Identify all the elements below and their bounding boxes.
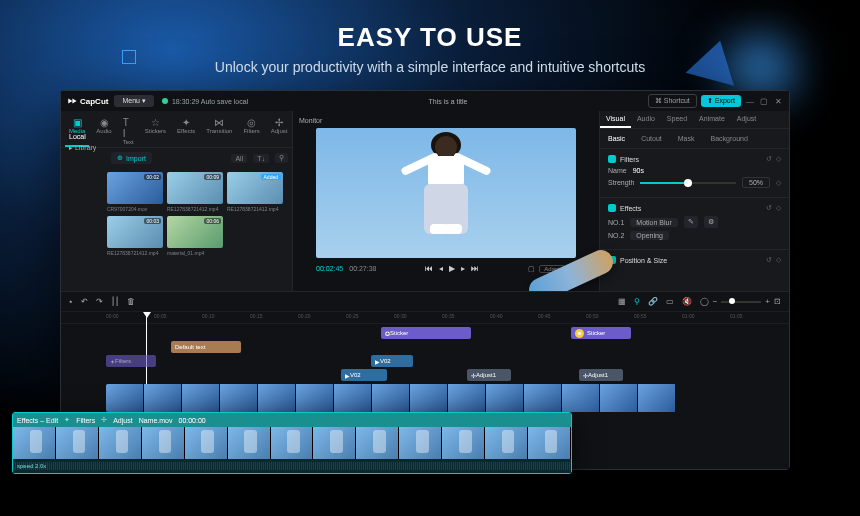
filters-checkbox[interactable] bbox=[608, 155, 616, 163]
filters-section: Filters ↺◇ Name 90s Strength 50% ◇ bbox=[600, 148, 789, 197]
import-button[interactable]: ⊕ Import bbox=[111, 152, 152, 164]
filters-title: Filters bbox=[620, 156, 639, 163]
adjust-clip[interactable]: ✢ Adjust1 bbox=[467, 369, 511, 381]
next-frame-button[interactable]: ⏭ bbox=[471, 264, 479, 273]
zoom-fit-icon[interactable]: ⊡ bbox=[774, 297, 781, 306]
tab-effects[interactable]: ✦Effects bbox=[173, 115, 199, 147]
effect-no: NO.1 bbox=[608, 219, 624, 226]
effect-edit-icon[interactable]: ✎ bbox=[684, 216, 698, 228]
autosave-status-icon bbox=[162, 98, 168, 104]
preview-quality-icon[interactable]: ▢ bbox=[528, 265, 535, 273]
right-tab-visual[interactable]: Visual bbox=[600, 111, 631, 128]
video-overlay-clip[interactable]: ▶ V02 bbox=[371, 355, 413, 367]
zoom-plus-icon[interactable]: + bbox=[765, 297, 770, 306]
filter-all[interactable]: All bbox=[231, 154, 247, 163]
keyframe-icon[interactable]: ◇ bbox=[776, 155, 781, 163]
keyframe-icon[interactable]: ◇ bbox=[776, 179, 781, 187]
media-thumb[interactable]: 00:06material_01.mp4 bbox=[167, 216, 223, 256]
possize-title: Position & Size bbox=[620, 257, 667, 264]
sidebar-item-library[interactable]: ▸ Library bbox=[65, 142, 105, 154]
snap-icon[interactable]: ⚲ bbox=[634, 297, 640, 306]
text-clip[interactable]: Default text bbox=[171, 341, 241, 353]
tab-transition[interactable]: ⋈Transition bbox=[202, 115, 236, 147]
right-tab-speed[interactable]: Speed bbox=[661, 111, 693, 128]
step-back-button[interactable]: ◂ bbox=[439, 264, 443, 273]
maximize-button[interactable]: ▢ bbox=[759, 97, 769, 106]
effects-section: Effects ↺◇ NO.1 Motion Blur ✎ ⚙ NO.2 Ope… bbox=[600, 197, 789, 249]
split-icon[interactable]: ⎮⎮ bbox=[111, 297, 119, 306]
keyframe-icon[interactable]: ◇ bbox=[776, 204, 781, 212]
tab-stickers[interactable]: ☆Stickers bbox=[141, 115, 170, 147]
effect-name[interactable]: Motion Blur bbox=[630, 218, 677, 227]
preview-icon[interactable]: ▭ bbox=[666, 297, 674, 306]
tab-text[interactable]: T IText bbox=[119, 115, 138, 147]
filter-name-label: Name bbox=[608, 167, 627, 174]
media-thumb[interactable]: 00:02CR97007204.mov bbox=[107, 172, 163, 212]
capcut-icon bbox=[67, 96, 77, 106]
filters-clip[interactable]: ✦ Filters bbox=[106, 355, 156, 367]
strength-value[interactable]: 50% bbox=[742, 177, 770, 188]
autosave-text: 18:30:29 Auto save local bbox=[172, 98, 248, 105]
ruler-tick: 00:25 bbox=[346, 313, 359, 319]
timeline-ruler[interactable]: 00:0000:0500:1000:1500:2000:2500:3000:35… bbox=[61, 312, 789, 324]
search-icon[interactable]: ⚲ bbox=[275, 153, 288, 163]
sidebar-item-local[interactable]: Local bbox=[65, 131, 105, 142]
step-fwd-button[interactable]: ▸ bbox=[461, 264, 465, 273]
mute-icon[interactable]: 🔇 bbox=[682, 297, 692, 306]
floating-clip-strip[interactable]: Effects – Edit ✦ Filters ✢ Adjust Name.m… bbox=[12, 412, 572, 474]
ruler-tick: 00:35 bbox=[442, 313, 455, 319]
main-video-clip[interactable] bbox=[106, 384, 676, 412]
prev-frame-button[interactable]: ⏮ bbox=[425, 264, 433, 273]
menu-button[interactable]: Menu ▾ bbox=[114, 95, 153, 107]
media-thumb[interactable]: 00:03RE127838721412.mp4 bbox=[107, 216, 163, 256]
video-preview[interactable] bbox=[316, 128, 576, 258]
select-tool-icon[interactable]: ⭑ bbox=[69, 297, 73, 307]
shortcut-button[interactable]: ⌘ Shortcut bbox=[648, 94, 697, 108]
subtab-background[interactable]: Background bbox=[702, 133, 755, 144]
redo-icon[interactable]: ↷ bbox=[96, 297, 103, 306]
sort-button[interactable]: T↓ bbox=[253, 154, 269, 163]
effects-checkbox[interactable] bbox=[608, 204, 616, 212]
reset-icon[interactable]: ↺ bbox=[766, 155, 772, 163]
strength-label: Strength bbox=[608, 179, 634, 186]
right-tab-adjust[interactable]: Adjust bbox=[731, 111, 762, 128]
tab-adjust[interactable]: ✢Adjust bbox=[267, 115, 292, 147]
float-audio: speed 2.0x bbox=[13, 459, 571, 473]
reset-icon[interactable]: ↺ bbox=[766, 256, 772, 264]
media-thumb[interactable]: 00:09RE127838721412.mp4 bbox=[167, 172, 223, 212]
float-effects: Effects – Edit bbox=[17, 417, 58, 424]
subtab-mask[interactable]: Mask bbox=[670, 133, 703, 144]
video-overlay-clip[interactable]: ▶ V02 bbox=[341, 369, 387, 381]
media-thumb[interactable]: AddedRE127838721412.mp4 bbox=[227, 172, 283, 212]
project-title[interactable]: This is a title bbox=[248, 98, 648, 105]
subtab-cutout[interactable]: Cutout bbox=[633, 133, 670, 144]
sticker-clip[interactable]: ✪ Sticker bbox=[381, 327, 471, 339]
export-button[interactable]: ⬆ Export bbox=[701, 95, 741, 107]
tool-icon[interactable]: ▦ bbox=[618, 297, 626, 306]
effect-settings-icon[interactable]: ⚙ bbox=[704, 216, 718, 228]
zoom-minus-icon[interactable]: − bbox=[713, 297, 718, 306]
right-tab-animate[interactable]: Animate bbox=[693, 111, 731, 128]
keyframe-icon[interactable]: ◇ bbox=[776, 256, 781, 264]
undo-icon[interactable]: ↶ bbox=[81, 297, 88, 306]
zoom-out-icon[interactable]: ◯ bbox=[700, 297, 709, 306]
float-frames bbox=[13, 427, 571, 459]
tab-filters[interactable]: ◎Filters bbox=[239, 115, 263, 147]
effect-name[interactable]: Opening bbox=[630, 231, 668, 240]
subtab-basic[interactable]: Basic bbox=[600, 133, 633, 144]
strength-slider[interactable] bbox=[640, 182, 736, 184]
play-button[interactable]: ▶ bbox=[449, 264, 455, 273]
sticker-clip[interactable]: ☻Sticker bbox=[571, 327, 631, 339]
delete-icon[interactable]: 🗑 bbox=[127, 297, 135, 306]
ruler-tick: 00:00 bbox=[106, 313, 119, 319]
link-icon[interactable]: 🔗 bbox=[648, 297, 658, 306]
media-grid: 00:02CR97007204.mov00:09RE127838721412.m… bbox=[61, 168, 292, 260]
adjust-clip[interactable]: ✢ Adjust1 bbox=[579, 369, 623, 381]
minimize-button[interactable]: — bbox=[745, 97, 755, 106]
zoom-slider[interactable] bbox=[721, 301, 761, 303]
ruler-tick: 00:40 bbox=[490, 313, 503, 319]
reset-icon[interactable]: ↺ bbox=[766, 204, 772, 212]
close-button[interactable]: ✕ bbox=[773, 97, 783, 106]
current-time: 00:02:45 bbox=[316, 265, 343, 272]
right-tab-audio[interactable]: Audio bbox=[631, 111, 661, 128]
